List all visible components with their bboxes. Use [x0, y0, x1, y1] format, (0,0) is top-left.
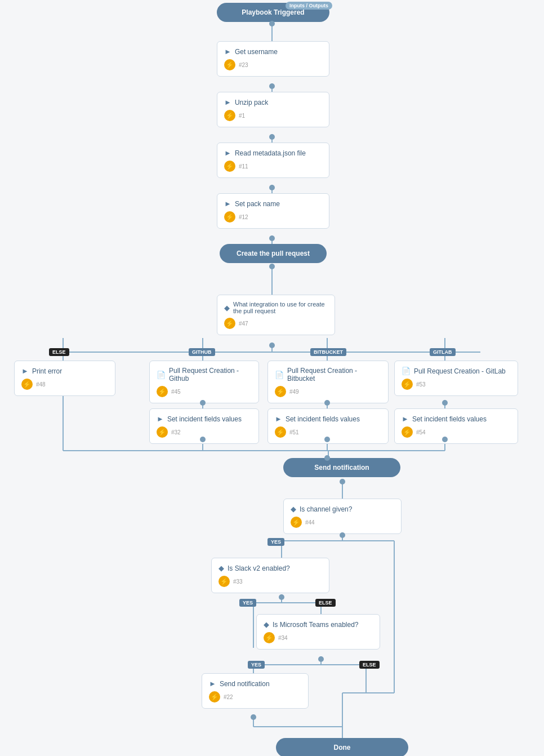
- trigger-node[interactable]: Playbook Triggered Inputs / Outputs: [217, 3, 329, 22]
- task-num: #33: [233, 579, 243, 585]
- lightning-badge: ⚡: [224, 161, 235, 172]
- task-title-text: Pull Request Creation - Github: [169, 367, 252, 383]
- github-branch-label: GITHUB: [189, 348, 215, 356]
- lightning-badge: ⚡: [224, 59, 235, 70]
- pr-gitlab-box[interactable]: 📄 Pull Request Creation - GitLab ⚡ #53: [394, 361, 518, 396]
- set-incident-fields-3-box[interactable]: ► Set incident fields values ⚡ #54: [394, 408, 518, 444]
- task-title-text: Read metadata.json file: [235, 149, 306, 157]
- task-title-text: Get username: [235, 48, 278, 56]
- pr-bitbucket-box[interactable]: 📄 Pull Request Creation - Bitbucket ⚡ #4…: [267, 361, 389, 403]
- lightning-badge: ⚡: [224, 110, 235, 121]
- is-msteams-box[interactable]: ◆ Is Microsoft Teams enabled? ⚡ #34: [256, 614, 380, 650]
- task-num: #48: [36, 381, 46, 388]
- lightning-badge: ⚡: [157, 426, 168, 438]
- read-meta-box[interactable]: ► Read metadata.json file ⚡ #11: [217, 143, 329, 178]
- task-title-text: What integration to use for create the p…: [233, 301, 328, 314]
- dot-3: [269, 134, 275, 140]
- lightning-badge: ⚡: [224, 211, 235, 223]
- else-branch-label-1: ELSE: [49, 348, 69, 356]
- lightning-badge: ⚡: [157, 386, 168, 397]
- task-title-text: Pull Request Creation - Bitbucket: [287, 367, 381, 383]
- task-num: #49: [289, 389, 299, 395]
- task-num: #32: [171, 429, 181, 435]
- dot-2: [269, 83, 275, 89]
- task-num: #53: [416, 381, 426, 388]
- lightning-badge: ⚡: [209, 691, 220, 702]
- pr-github-box[interactable]: 📄 Pull Request Creation - Github ⚡ #45: [149, 361, 259, 403]
- task-title-text: Set incident fields values: [412, 415, 487, 423]
- what-integration-box[interactable]: ◆ What integration to use for create the…: [217, 295, 335, 335]
- task-title-text: Is channel given?: [300, 505, 352, 513]
- dot-6: [269, 264, 275, 269]
- task-num: #12: [239, 214, 248, 220]
- send-notification-box[interactable]: ► Send notification ⚡ #22: [202, 673, 309, 709]
- yes-branch-label-2: YES: [239, 599, 256, 607]
- dot-1: [269, 21, 275, 26]
- dot-7: [269, 343, 275, 348]
- task-title-text: Pull Request Creation - GitLab: [414, 367, 506, 375]
- trigger-label: Playbook Triggered: [242, 8, 304, 16]
- lightning-badge: ⚡: [402, 379, 413, 390]
- task-title-text: Is Microsoft Teams enabled?: [273, 621, 359, 629]
- task-num: #47: [239, 321, 248, 327]
- diamond-icon: ◆: [219, 564, 224, 572]
- task-num: #22: [224, 694, 233, 700]
- diamond-icon: ◆: [264, 620, 269, 629]
- task-title-text: Set pack name: [235, 200, 280, 208]
- section-label: Create the pull request: [237, 250, 310, 257]
- arrow-icon: ►: [224, 47, 231, 56]
- task-title-text: Is Slack v2 enabled?: [228, 564, 290, 572]
- arrow-icon: ►: [224, 149, 231, 157]
- lightning-badge: ⚡: [21, 379, 33, 390]
- set-pack-box[interactable]: ► Set pack name ⚡ #12: [217, 193, 329, 229]
- diamond-icon: ◆: [291, 505, 296, 513]
- task-num: #45: [171, 389, 181, 395]
- dot-4: [269, 185, 275, 190]
- flowchart-canvas: Playbook Triggered Inputs / Outputs ► Ge…: [0, 0, 544, 756]
- task-title-text: Print error: [32, 367, 62, 375]
- task-num: #44: [305, 519, 315, 526]
- is-slack-box[interactable]: ◆ Is Slack v2 enabled? ⚡ #33: [211, 558, 329, 593]
- io-badge[interactable]: Inputs / Outputs: [286, 2, 332, 10]
- task-title-text: Send notification: [220, 680, 270, 688]
- unzip-pack-box[interactable]: ► Unzip pack ⚡ #1: [217, 92, 329, 127]
- task-num: #1: [239, 113, 245, 119]
- lightning-badge: ⚡: [291, 517, 302, 528]
- dot-12: [324, 437, 330, 442]
- dot-17: [279, 594, 284, 600]
- dot-13: [442, 437, 448, 442]
- lightning-badge: ⚡: [264, 632, 275, 643]
- lightning-badge: ⚡: [224, 318, 235, 329]
- lightning-badge: ⚡: [402, 426, 413, 438]
- task-title-text: Set incident fields values: [167, 415, 242, 423]
- arrow-icon: ►: [224, 199, 231, 208]
- section-label: Done: [334, 744, 351, 751]
- task-num: #11: [239, 163, 248, 170]
- get-username-box[interactable]: ► Get username ⚡ #23: [217, 41, 329, 77]
- doc-icon: 📄: [157, 371, 166, 379]
- done-section[interactable]: Done: [276, 738, 408, 756]
- else-branch-label-3: ELSE: [359, 661, 380, 669]
- dot-18: [318, 656, 324, 662]
- dot-19: [251, 714, 256, 720]
- arrow-icon: ►: [224, 98, 231, 106]
- dot-11: [200, 437, 206, 442]
- dot-9: [324, 400, 330, 406]
- yes-branch-label-1: YES: [267, 538, 284, 546]
- lightning-badge: ⚡: [219, 576, 230, 587]
- diamond-icon: ◆: [224, 304, 230, 312]
- yes-branch-label-3: YES: [248, 661, 265, 669]
- task-title-text: Unzip pack: [235, 99, 268, 106]
- doc-icon: 📄: [402, 367, 411, 375]
- task-num: #54: [416, 429, 426, 435]
- print-error-box[interactable]: ► Print error ⚡ #48: [14, 361, 115, 396]
- lightning-badge: ⚡: [275, 386, 286, 397]
- is-channel-box[interactable]: ◆ Is channel given? ⚡ #44: [283, 499, 402, 534]
- send-notification-section[interactable]: Send notification: [283, 458, 400, 477]
- arrow-icon: ►: [402, 415, 409, 423]
- create-pr-section[interactable]: Create the pull request: [220, 244, 327, 263]
- gitlab-branch-label: GITLAB: [430, 348, 456, 356]
- bitbucket-branch-label: BITBUCKET: [310, 348, 346, 356]
- dot-8: [200, 400, 206, 406]
- lightning-badge: ⚡: [275, 426, 286, 438]
